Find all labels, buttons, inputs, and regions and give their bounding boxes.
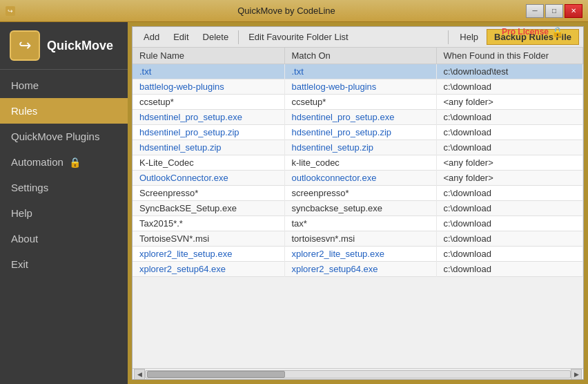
rule-name-cell: SyncBackSE_Setup.exe: [133, 201, 284, 216]
pro-license-lock-icon: 🔒: [551, 26, 563, 37]
minimize-button[interactable]: ─: [526, 4, 544, 18]
col-header-match-on: Match On: [284, 48, 436, 64]
scrollbar-thumb[interactable]: [147, 371, 285, 378]
folder-cell: <any folder>: [436, 171, 583, 186]
rule-name-cell: TortoiseSVN*.msi: [133, 231, 284, 247]
sidebar-item-label: QuickMove Plugins: [11, 131, 99, 142]
sidebar-item-label: Home: [11, 79, 39, 91]
rule-name-cell: Tax2015*.*: [133, 216, 284, 231]
match-on-cell: ccsetup*: [284, 95, 436, 110]
main-content: Pro License 🔒 Add Edit Delete Edit Favou…: [128, 22, 588, 384]
sidebar-item-label: Help: [11, 207, 32, 219]
toolbar-separator-2: [448, 30, 449, 44]
folder-cell: c:\download: [436, 262, 583, 277]
match-on-cell: xplorer2_lite_setup.exe: [284, 247, 436, 262]
table-row[interactable]: SyncBackSE_Setup.exesyncbackse_setup.exe…: [133, 201, 583, 216]
table-row[interactable]: hdsentinel_pro_setup.ziphdsentinel_pro_s…: [133, 125, 583, 140]
sidebar-item-rules[interactable]: Rules: [0, 98, 128, 124]
table-row[interactable]: hdsentinel_setup.ziphdsentinel_setup.zip…: [133, 140, 583, 155]
close-button[interactable]: ✕: [565, 4, 582, 18]
sidebar-item-about[interactable]: About: [0, 226, 128, 251]
folder-cell: c:\download: [436, 231, 583, 247]
table-row[interactable]: OutlookConnector.exeoutlookconnector.exe…: [133, 171, 583, 186]
scroll-right-button[interactable]: ▶: [571, 369, 582, 380]
folder-cell: c:\download: [436, 201, 583, 216]
table-row[interactable]: battlelog-web-pluginsbattlelog-web-plugi…: [133, 79, 583, 95]
help-link[interactable]: Help: [454, 30, 484, 44]
sidebar-item-home[interactable]: Home: [0, 73, 128, 98]
delete-button[interactable]: Delete: [196, 30, 236, 44]
folder-cell: c:\download\test: [436, 64, 583, 79]
sidebar-item-help[interactable]: Help: [0, 200, 128, 226]
rule-name-cell: .txt: [133, 64, 284, 79]
rule-name-cell: battlelog-web-plugins: [133, 79, 284, 95]
app-container: ↪ QuickMove Home Rules QuickMove Plugins…: [0, 22, 588, 384]
app-icon-small: ↪: [6, 6, 15, 16]
rule-name-cell: hdsentinel_pro_setup.exe: [133, 110, 284, 125]
match-on-cell: xplorer2_setup64.exe: [284, 262, 436, 277]
sidebar-header: ↪ QuickMove: [0, 22, 128, 70]
sidebar-item-label: About: [11, 233, 38, 244]
match-on-cell: hdsentinel_setup.zip: [284, 140, 436, 155]
restore-button[interactable]: □: [545, 4, 563, 18]
match-on-cell: battlelog-web-plugins: [284, 79, 436, 95]
table-row[interactable]: xplorer2_setup64.exexplorer2_setup64.exe…: [133, 262, 583, 277]
toolbar-separator: [238, 30, 239, 44]
sidebar-item-automation[interactable]: Automation 🔒: [0, 149, 128, 175]
edit-folder-button[interactable]: Edit Favourite Folder List: [242, 30, 355, 44]
sidebar-item-label: Automation: [11, 156, 63, 168]
pro-license-label: Pro License: [502, 27, 549, 37]
table-row[interactable]: Tax2015*.*tax*c:\download: [133, 216, 583, 231]
rules-data-table: Rule Name Match On When Found in this Fo…: [133, 48, 583, 277]
table-row[interactable]: TortoiseSVN*.msitortoisesvn*.msic:\downl…: [133, 231, 583, 247]
scroll-left-button[interactable]: ◀: [134, 369, 145, 380]
add-button[interactable]: Add: [137, 30, 166, 44]
rule-name-cell: hdsentinel_pro_setup.zip: [133, 125, 284, 140]
rule-name-cell: OutlookConnector.exe: [133, 171, 284, 186]
rules-table[interactable]: Rule Name Match On When Found in this Fo…: [133, 48, 583, 368]
table-row[interactable]: hdsentinel_pro_setup.exehdsentinel_pro_s…: [133, 110, 583, 125]
folder-cell: c:\download: [436, 125, 583, 140]
match-on-cell: k-lite_codec: [284, 155, 436, 171]
table-row[interactable]: ccsetup*ccsetup*<any folder>: [133, 95, 583, 110]
folder-cell: c:\download: [436, 247, 583, 262]
sidebar-item-settings[interactable]: Settings: [0, 175, 128, 200]
folder-cell: c:\download: [436, 186, 583, 201]
col-header-folder: When Found in this Folder: [436, 48, 583, 64]
rule-name-cell: xplorer2_lite_setup.exe: [133, 247, 284, 262]
sidebar-item-label: Exit: [11, 258, 28, 270]
folder-cell: c:\download: [436, 140, 583, 155]
sidebar-item-plugins[interactable]: QuickMove Plugins: [0, 124, 128, 149]
match-on-cell: hdsentinel_pro_setup.exe: [284, 110, 436, 125]
sidebar-item-label: Rules: [11, 105, 37, 117]
folder-cell: <any folder>: [436, 155, 583, 171]
folder-cell: c:\download: [436, 110, 583, 125]
title-bar: ↪ QuickMove by CodeLine ─ □ ✕: [0, 0, 588, 22]
table-row[interactable]: K-Lite_Codeck-lite_codec<any folder>: [133, 155, 583, 171]
window-controls: ─ □ ✕: [526, 4, 582, 18]
rule-name-cell: Screenpresso*: [133, 186, 284, 201]
window-title: QuickMove by CodeLine: [47, 6, 526, 16]
sidebar-nav: Home Rules QuickMove Plugins Automation …: [0, 70, 128, 277]
pro-license-area: Pro License 🔒: [502, 26, 563, 37]
table-row[interactable]: .txt.txtc:\download\test: [133, 64, 583, 79]
table-row[interactable]: Screenpresso*screenpresso*c:\download: [133, 186, 583, 201]
match-on-cell: tortoisesvn*.msi: [284, 231, 436, 247]
rule-name-cell: hdsentinel_setup.zip: [133, 140, 284, 155]
rule-name-cell: xplorer2_setup64.exe: [133, 262, 284, 277]
main-panel: Add Edit Delete Edit Favourite Folder Li…: [132, 26, 584, 380]
sidebar-item-label: Settings: [11, 182, 48, 193]
match-on-cell: hdsentinel_pro_setup.zip: [284, 125, 436, 140]
edit-button[interactable]: Edit: [166, 30, 195, 44]
sidebar-item-exit[interactable]: Exit: [0, 251, 128, 277]
rule-name-cell: K-Lite_Codec: [133, 155, 284, 171]
col-header-rule-name: Rule Name: [133, 48, 284, 64]
app-logo-icon: ↪: [10, 30, 40, 61]
match-on-cell: outlookconnector.exe: [284, 171, 436, 186]
horizontal-scrollbar[interactable]: [145, 370, 571, 378]
sidebar: ↪ QuickMove Home Rules QuickMove Plugins…: [0, 22, 128, 384]
scrollbar-area: ◀ ▶: [133, 368, 583, 379]
app-title: QuickMove: [47, 39, 113, 53]
match-on-cell: tax*: [284, 216, 436, 231]
table-row[interactable]: xplorer2_lite_setup.exexplorer2_lite_set…: [133, 247, 583, 262]
